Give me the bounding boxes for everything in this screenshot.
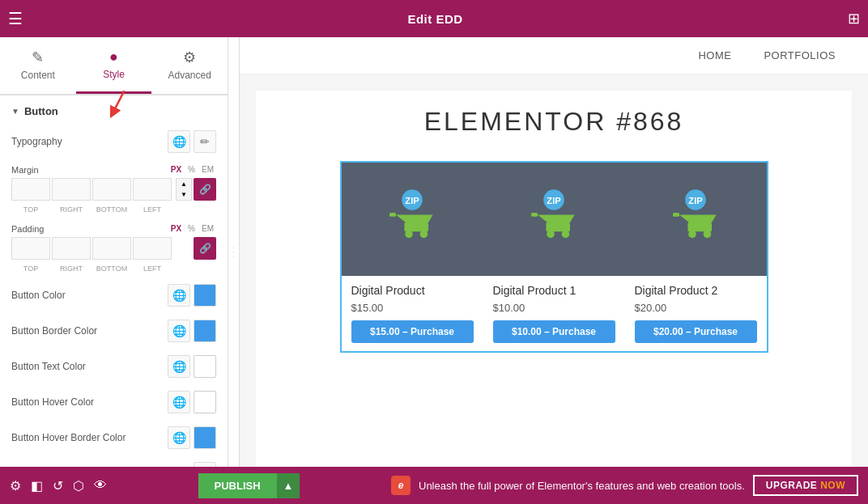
button-hover-text-color-row: Button Hover Text Color 🌐 <box>0 455 228 467</box>
product-info-2: Digital Product 1 $10.00 $10.00 – Purcha… <box>483 276 625 351</box>
purchase-btn-2[interactable]: $10.00 – Purchase <box>493 320 615 343</box>
padding-top-label: TOP <box>11 265 50 273</box>
svg-rect-5 <box>404 222 428 231</box>
button-hover-color-swatch[interactable] <box>194 391 216 413</box>
bottom-bar: ⚙ ◧ ↺ ⬡ 👁 PUBLISH ▲ e Unleash the full p… <box>0 467 868 504</box>
typography-label: Typography <box>11 136 62 147</box>
settings-icon[interactable]: ⚙ <box>10 478 21 493</box>
panel-content: ▼ Button Typography 🌐 ✏ Margin PX % <box>0 95 228 467</box>
nav-portfolios[interactable]: PORTFOLIOS <box>764 49 836 61</box>
page-content: ELEMENTOR #868 ZIP <box>256 91 852 467</box>
margin-bottom-input[interactable] <box>92 178 131 201</box>
tab-style-label: Style <box>103 69 125 80</box>
right-content: HOME PORTFOLIOS ELEMENTOR #868 ZIP <box>240 37 868 467</box>
padding-label: Padding <box>11 224 44 234</box>
preview-icon[interactable]: 👁 <box>94 478 107 493</box>
grid-icon[interactable]: ⊞ <box>848 10 860 28</box>
margin-link-btn[interactable]: 🔗 <box>194 178 216 201</box>
panel-title: Edit EDD <box>23 12 848 26</box>
elementor-logo: e <box>391 476 411 495</box>
typography-edit-btn[interactable]: ✏ <box>194 130 216 153</box>
margin-unit-px[interactable]: PX <box>168 164 184 175</box>
tab-advanced-label: Advanced <box>168 70 211 81</box>
padding-top-input[interactable] <box>11 237 50 260</box>
padding-unit-pct[interactable]: % <box>185 223 198 234</box>
button-color-swatch[interactable] <box>194 284 216 307</box>
tab-content[interactable]: ✎ Content <box>0 37 76 94</box>
svg-line-1 <box>113 91 124 112</box>
svg-point-12 <box>547 231 555 239</box>
button-border-globe-btn[interactable]: 🌐 <box>168 320 190 342</box>
section-label: Button <box>24 105 58 117</box>
resize-handle[interactable]: · · · <box>228 37 240 467</box>
padding-left-label: LEFT <box>133 265 172 273</box>
button-text-color-swatch[interactable] <box>194 355 216 378</box>
arrow-indicator <box>94 87 134 130</box>
padding-right-input[interactable] <box>52 237 91 260</box>
button-hover-border-color-row: Button Hover Border Color 🌐 <box>0 420 228 455</box>
margin-inputs-group: ▲ ▼ 🔗 <box>11 178 216 201</box>
margin-unit-pct[interactable]: % <box>185 164 198 175</box>
tab-advanced[interactable]: ⚙ Advanced <box>151 37 228 94</box>
tab-style[interactable]: ● Style <box>76 37 152 94</box>
button-hover-border-globe-btn[interactable]: 🌐 <box>168 426 190 449</box>
product-name-1: Digital Product <box>351 284 474 297</box>
button-color-controls: 🌐 <box>168 284 216 307</box>
margin-unit-em[interactable]: EM <box>199 164 216 175</box>
nav-home[interactable]: HOME <box>698 49 731 61</box>
responsive-icon[interactable]: ⬡ <box>73 478 84 493</box>
product-price-2: $10.00 <box>493 302 615 314</box>
purchase-btn-1[interactable]: $15.00 – Purchase <box>351 320 474 343</box>
button-color-globe-btn[interactable]: 🌐 <box>168 284 190 307</box>
margin-label-row: Margin PX % EM <box>11 164 216 175</box>
publish-button[interactable]: PUBLISH <box>198 473 277 498</box>
resize-dots: · · · <box>229 247 238 258</box>
products-grid: ZIP Digital Product $15.00 $15.0 <box>340 161 768 353</box>
product-card-1: ZIP Digital Product $15.00 $15.0 <box>342 163 483 351</box>
publish-dropdown-btn[interactable]: ▲ <box>277 473 300 498</box>
margin-quad-inputs <box>11 178 174 201</box>
padding-left-input[interactable] <box>133 237 172 260</box>
padding-label-row: Padding PX % EM <box>11 223 216 234</box>
svg-rect-11 <box>546 222 570 231</box>
button-hover-border-color-swatch[interactable] <box>194 426 216 449</box>
button-border-color-controls: 🌐 <box>168 320 216 342</box>
purchase-btn-3[interactable]: $20.00 – Purchase <box>635 320 757 343</box>
history-icon[interactable]: ↺ <box>53 478 63 493</box>
layers-icon[interactable]: ◧ <box>31 478 43 493</box>
button-border-color-row: Button Border Color 🌐 <box>0 313 228 349</box>
padding-bottom-label: BOTTOM <box>92 265 131 273</box>
margin-bottom-label: BOTTOM <box>92 205 131 214</box>
padding-inputs-group: 🔗 <box>11 237 216 260</box>
svg-text:ZIP: ZIP <box>688 196 703 205</box>
margin-stepper[interactable]: ▲ ▼ <box>176 178 192 201</box>
button-hover-globe-btn[interactable]: 🌐 <box>168 391 190 413</box>
margin-right-input[interactable] <box>52 178 91 201</box>
publish-btn-group: PUBLISH ▲ <box>198 473 300 498</box>
padding-quad-inputs <box>11 237 192 260</box>
upgrade-now-button[interactable]: UPGRADE NOW <box>753 475 858 496</box>
margin-left-input[interactable] <box>133 178 172 201</box>
button-text-globe-btn[interactable]: 🌐 <box>168 355 190 378</box>
margin-unit-switches: PX % EM <box>168 164 216 175</box>
padding-unit-px[interactable]: PX <box>168 223 184 234</box>
padding-input-labels: TOP RIGHT BOTTOM LEFT <box>11 265 216 273</box>
button-color-label: Button Color <box>11 290 66 301</box>
padding-bottom-input[interactable] <box>92 237 131 260</box>
product-image-1: ZIP <box>342 163 483 276</box>
main-layout: ✎ Content ● Style <box>0 37 868 467</box>
button-border-color-swatch[interactable] <box>194 320 216 342</box>
product-name-2: Digital Product 1 <box>493 284 615 297</box>
upgrade-bar: e Unleash the full power of Elementor's … <box>391 475 858 496</box>
advanced-tab-icon: ⚙ <box>183 49 196 66</box>
hamburger-icon[interactable]: ☰ <box>8 9 23 28</box>
product-image-3: ZIP <box>625 163 767 276</box>
padding-link-btn[interactable]: 🔗 <box>194 237 216 260</box>
margin-top-input[interactable] <box>11 178 50 201</box>
product-price-1: $15.00 <box>351 302 474 314</box>
padding-unit-switches: PX % EM <box>168 223 216 234</box>
padding-unit-em[interactable]: EM <box>199 223 216 234</box>
canvas-area: ELEMENTOR #868 ZIP <box>240 74 868 467</box>
typography-globe-btn[interactable]: 🌐 <box>168 130 190 153</box>
margin-input-labels: TOP RIGHT BOTTOM LEFT <box>11 205 216 214</box>
